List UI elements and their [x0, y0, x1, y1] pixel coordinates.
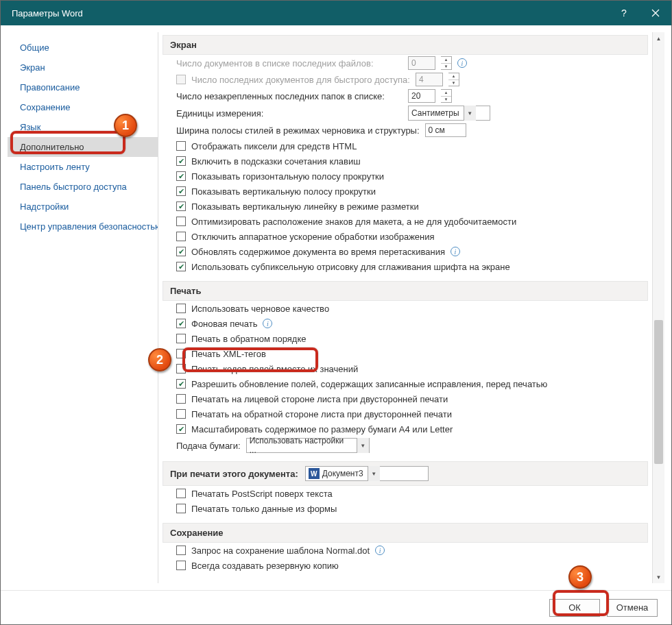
sidebar-item-quick-access[interactable]: Панель быстрого доступа — [8, 177, 158, 197]
check-xml-tags[interactable] — [176, 349, 186, 358]
check-field-codes[interactable] — [176, 364, 186, 373]
ok-button[interactable]: ОК — [549, 599, 600, 617]
check-front-duplex[interactable] — [176, 394, 186, 404]
sidebar-item-trust-center[interactable]: Центр управления безопасностью — [8, 217, 158, 236]
check-pixels[interactable] — [176, 141, 186, 151]
row-recent-folders: Число незакрепленных последних папок в с… — [163, 88, 648, 104]
check-label: Использовать черновое качество — [191, 304, 329, 314]
info-icon[interactable]: i — [457, 58, 467, 68]
check-backup[interactable] — [176, 561, 186, 570]
sidebar-item-customize-ribbon[interactable]: Настроить ленту — [8, 157, 158, 177]
check-normal-dot[interactable] — [176, 546, 186, 555]
scroll-down-arrow-icon[interactable]: ▼ — [653, 571, 664, 583]
scrollbar-thumb[interactable] — [654, 320, 663, 464]
section-save: Сохранение — [163, 523, 648, 543]
help-button[interactable]: ? — [608, 1, 640, 25]
check-hw-accel[interactable] — [176, 232, 186, 241]
window-title: Параметры Word — [12, 8, 608, 19]
paper-feed-label: Подача бумаги: — [176, 441, 241, 451]
check-form-data[interactable] — [176, 504, 186, 513]
check-label: Печатать PostScript поверх текста — [191, 489, 333, 499]
close-icon — [651, 9, 660, 17]
check-update-fields[interactable] — [176, 379, 186, 389]
row-check-bg-print: Фоновая печать i — [163, 316, 648, 331]
paper-feed-dropdown[interactable]: Использовать настройки ... ▼ — [246, 438, 370, 453]
close-button[interactable] — [640, 1, 671, 25]
recent-folders-input[interactable]: 20 — [408, 89, 435, 103]
content-scroll-area[interactable]: Экран Число документов в списке последни… — [158, 32, 652, 583]
section-print-doc-title: При печати этого документа: — [170, 469, 298, 479]
row-check-normal-dot: Запрос на сохранение шаблона Normal.dot … — [163, 543, 648, 558]
row-check-vscroll: Показывать вертикальную полосу прокрутки — [163, 184, 648, 199]
check-label: Печатать на обратной стороне листа при д… — [191, 409, 452, 419]
row-check-vruler: Показывать вертикальную линейку в режиме… — [163, 199, 648, 214]
check-shortcuts[interactable] — [176, 156, 186, 166]
recent-docs-input[interactable]: 0 — [408, 56, 435, 70]
row-check-update-fields: Разрешить обновление полей, содержащих з… — [163, 376, 648, 391]
info-icon[interactable]: i — [263, 319, 272, 328]
units-dropdown[interactable]: Сантиметры ▼ — [408, 106, 490, 121]
check-label: Печать кодов полей вместо их значений — [191, 364, 358, 374]
check-label: Использовать субпиксельную отрисовку для… — [191, 262, 510, 272]
row-check-layout-opt: Оптимизировать расположение знаков для м… — [163, 214, 648, 229]
row-paper-feed: Подача бумаги: Использовать настройки ..… — [163, 437, 648, 454]
row-check-backup: Всегда создавать резервную копию — [163, 558, 648, 573]
check-bg-print[interactable] — [176, 319, 186, 328]
check-label: Включить в подсказки сочетания клавиш — [191, 156, 361, 167]
check-reverse-order[interactable] — [176, 334, 186, 343]
check-back-duplex[interactable] — [176, 409, 186, 419]
check-vruler[interactable] — [176, 201, 186, 211]
row-check-shortcuts: Включить в подсказки сочетания клавиш — [163, 154, 648, 169]
row-check-scale-a4: Масштабировать содержимое по размеру бум… — [163, 421, 648, 437]
sidebar-item-display[interactable]: Экран — [8, 58, 158, 77]
check-label: Разрешить обновление полей, содержащих з… — [191, 379, 547, 389]
sidebar-item-general[interactable]: Общие — [8, 38, 158, 58]
row-check-subpixel: Использовать субпиксельную отрисовку для… — [163, 259, 648, 274]
row-check-form-data: Печатать только данные из формы — [163, 501, 648, 516]
check-label: Масштабировать содержимое по размеру бум… — [191, 424, 453, 434]
sidebar-item-save[interactable]: Сохранение — [8, 97, 158, 117]
recent-folders-label: Число незакрепленных последних папок в с… — [176, 91, 403, 101]
check-drag-update[interactable] — [176, 247, 186, 256]
quick-access-checkbox[interactable] — [176, 75, 186, 84]
dialog-footer: ОК Отмена — [1, 590, 671, 624]
check-vscroll[interactable] — [176, 186, 186, 196]
check-label: Отключить аппаратное ускорение обработки… — [191, 232, 435, 242]
check-hscroll[interactable] — [176, 171, 186, 181]
sidebar-item-addins[interactable]: Надстройки — [8, 197, 158, 217]
quick-access-input[interactable]: 4 — [416, 73, 443, 86]
style-width-input[interactable]: 0 см — [425, 123, 466, 137]
check-label: Запрос на сохранение шаблона Normal.dot — [191, 546, 370, 556]
print-doc-dropdown[interactable]: W Документ3 ▼ — [305, 466, 429, 481]
sidebar-item-advanced[interactable]: Дополнительно — [8, 137, 158, 157]
info-icon[interactable]: i — [375, 546, 385, 555]
section-screen: Экран — [163, 35, 648, 55]
style-width-label: Ширина полосы стилей в режимах черновика… — [176, 125, 420, 136]
section-print: Печать — [163, 281, 648, 301]
cancel-button[interactable]: Отмена — [607, 599, 658, 617]
units-label: Единицы измерения: — [176, 108, 403, 119]
row-check-postscript: Печатать PostScript поверх текста — [163, 486, 648, 501]
row-check-xml-tags: Печать XML-тегов — [163, 346, 648, 361]
recent-docs-spinner[interactable]: ▲▼ — [441, 56, 452, 70]
check-label: Обновлять содержимое документа во время … — [191, 247, 445, 257]
row-check-front-duplex: Печатать на лицевой стороне листа при дв… — [163, 391, 648, 406]
recent-folders-spinner[interactable]: ▲▼ — [441, 89, 452, 103]
check-layout-opt[interactable] — [176, 217, 186, 226]
check-subpixel[interactable] — [176, 262, 186, 271]
scroll-up-arrow-icon[interactable]: ▲ — [653, 32, 664, 45]
check-draft[interactable] — [176, 304, 186, 313]
word-options-window: Параметры Word ? Общие Экран Правописани… — [0, 0, 672, 625]
sidebar-item-proofing[interactable]: Правописание — [8, 77, 158, 97]
check-label: Отображать пиксели для средств HTML — [191, 141, 357, 151]
quick-access-spinner[interactable]: ▲▼ — [448, 73, 459, 86]
check-postscript[interactable] — [176, 489, 186, 498]
row-check-hw-accel: Отключить аппаратное ускорение обработки… — [163, 229, 648, 244]
check-scale-a4[interactable] — [176, 424, 186, 434]
info-icon[interactable]: i — [451, 247, 460, 256]
options-content: Экран Число документов в списке последни… — [158, 32, 664, 583]
check-label: Всегда создавать резервную копию — [191, 561, 339, 571]
vertical-scrollbar[interactable]: ▲ ▼ — [652, 32, 664, 583]
chevron-down-icon: ▼ — [357, 438, 369, 453]
sidebar-item-language[interactable]: Язык — [8, 117, 158, 137]
